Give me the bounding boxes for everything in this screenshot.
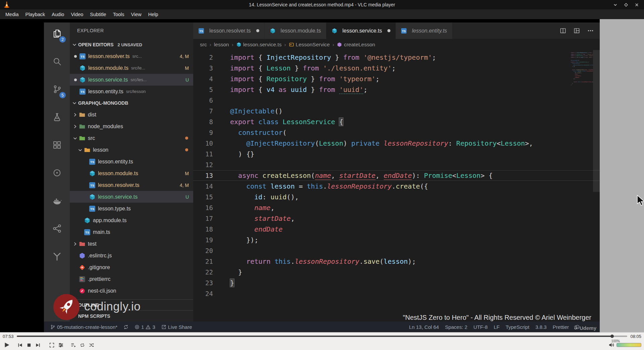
- tree-item-lesson[interactable]: lesson: [70, 144, 193, 156]
- loop-button[interactable]: [78, 341, 86, 349]
- formatter-status[interactable]: Prettier: [550, 321, 572, 332]
- menu-item-audio[interactable]: Audio: [48, 10, 67, 18]
- editor-layout-button[interactable]: [574, 28, 580, 34]
- more-actions-button[interactable]: [587, 28, 594, 34]
- menu-item-view[interactable]: View: [128, 10, 145, 18]
- dirty-indicator[interactable]: [387, 29, 390, 32]
- tab-lesson.module.ts[interactable]: lesson.module.ts: [265, 22, 326, 39]
- open-editor-item-lesson.resolver.ts[interactable]: TSlesson.resolver.tssrc...4, M: [70, 50, 193, 62]
- tree-item-node_modules[interactable]: node_modules: [70, 120, 193, 132]
- tree-item-lesson.entity.ts[interactable]: TSlesson.entity.ts: [70, 156, 193, 167]
- file-name: node_modules: [88, 123, 123, 130]
- previous-button[interactable]: [16, 341, 24, 349]
- video-area[interactable]: 25 EXPLORER OPEN EDITORS 2 UNSAVED TSles…: [0, 19, 644, 332]
- tab-lesson.entity.ts[interactable]: TSlesson.entity.ts: [396, 22, 452, 39]
- activity-item-extensions[interactable]: [44, 131, 70, 159]
- file-name: lesson.module.ts: [98, 170, 138, 177]
- next-button[interactable]: [34, 341, 42, 349]
- sync-status[interactable]: [120, 321, 131, 332]
- activity-item-test-flask[interactable]: [44, 103, 70, 131]
- minimize-button[interactable]: [612, 2, 618, 7]
- open-editor-item-lesson.service.ts[interactable]: lesson.service.tssrc/les...U: [70, 74, 193, 86]
- code-token: <: [497, 139, 501, 147]
- fullscreen-button[interactable]: [48, 341, 56, 349]
- menu-item-video[interactable]: Video: [67, 10, 87, 18]
- indent-spacer: [77, 230, 84, 235]
- dirty-indicator[interactable]: [256, 29, 259, 32]
- project-section-header[interactable]: GRAPHQL-MONGODB: [70, 97, 193, 109]
- menu-item-subtitle[interactable]: Subtitle: [87, 10, 109, 18]
- activity-item-terraform[interactable]: [44, 242, 70, 270]
- extended-settings-button[interactable]: [57, 341, 65, 349]
- tree-item-src[interactable]: src: [70, 132, 193, 144]
- code-line-18: 18 endDate: [193, 224, 600, 235]
- menu-item-tools[interactable]: Tools: [110, 10, 128, 18]
- play-button[interactable]: [3, 341, 11, 349]
- code-token: from: [319, 75, 335, 83]
- code-line-20: 20: [193, 245, 600, 256]
- tree-item-.gitignore[interactable]: .gitignore: [70, 261, 193, 273]
- activity-item-docker[interactable]: [44, 187, 70, 214]
- indentation-status[interactable]: Spaces: 2: [442, 321, 471, 332]
- line-content: @InjectRepository(Lesson) private lesson…: [222, 138, 600, 149]
- tree-item-.eslintrc.js[interactable]: .eslintrc.js: [70, 250, 193, 261]
- seek-bar[interactable]: [17, 336, 627, 337]
- minimap[interactable]: import { InjectRepository } from '@nestj…: [571, 52, 593, 88]
- split-editor-button[interactable]: [560, 28, 566, 34]
- breadcrumb-item-lesson.service.ts[interactable]: lesson.service.ts: [236, 42, 282, 48]
- language-status[interactable]: TypeScript: [502, 321, 532, 332]
- tree-item-.prettierrc[interactable]: .prettierrc: [70, 273, 193, 285]
- code-line-22: 22 }: [193, 267, 600, 278]
- version-status[interactable]: 3.8.3: [532, 321, 549, 332]
- live-share-status[interactable]: Live Share: [158, 321, 195, 332]
- menu-item-playback[interactable]: Playback: [22, 10, 49, 18]
- encoding-status[interactable]: UTF-8: [470, 321, 491, 332]
- tree-item-test[interactable]: test: [70, 238, 193, 250]
- volume-slider[interactable]: [616, 343, 641, 347]
- ts-file-icon: TS: [84, 229, 91, 236]
- playlist-button[interactable]: [69, 341, 77, 349]
- breadcrumb-item-createLesson[interactable]: createLesson: [337, 42, 375, 48]
- tab-lesson.resolver.ts[interactable]: TSlesson.resolver.ts: [193, 22, 265, 39]
- tree-item-main.ts[interactable]: TSmain.ts: [70, 226, 193, 238]
- random-button[interactable]: [87, 341, 95, 349]
- code-token: 'uuid': [339, 86, 363, 94]
- activity-item-circle-dot[interactable]: [44, 159, 70, 187]
- eol-status[interactable]: LF: [491, 321, 503, 332]
- seek-handle[interactable]: [610, 335, 614, 338]
- stop-button[interactable]: [25, 341, 33, 349]
- tree-item-lesson.service.ts[interactable]: lesson.service.tsU: [70, 191, 193, 203]
- activity-item-search[interactable]: [44, 47, 70, 75]
- code-token: ) {}: [230, 150, 254, 158]
- breadcrumb-item-LessonService[interactable]: LessonService: [289, 42, 330, 48]
- tree-item-app.module.ts[interactable]: app.module.ts: [70, 214, 193, 226]
- cursor-position-status[interactable]: Ln 13, Col 64: [406, 321, 442, 332]
- tree-item-dist[interactable]: dist: [70, 109, 193, 120]
- tree-item-lesson.type.ts[interactable]: TSlesson.type.ts: [70, 203, 193, 214]
- menu-item-help[interactable]: Help: [145, 10, 162, 18]
- breadcrumb-item-lesson[interactable]: lesson: [214, 42, 229, 48]
- maximize-button[interactable]: [623, 2, 629, 7]
- activity-item-files[interactable]: 2: [44, 19, 70, 47]
- open-editor-item-lesson.entity.ts[interactable]: TSlesson.entity.tssrc/lesson: [70, 86, 193, 97]
- tree-item-nest-cli.json[interactable]: nest-cli.json: [70, 285, 193, 297]
- activity-item-source-control[interactable]: 5: [44, 75, 70, 103]
- open-editor-item-lesson.module.ts[interactable]: lesson.module.tssrc/le...M: [70, 62, 193, 74]
- tree-item-lesson.resolver.ts[interactable]: TSlesson.resolver.ts4, M: [70, 179, 193, 191]
- activity-item-share-nodes[interactable]: [44, 214, 70, 242]
- code-line-14: 14 const lesson = this.lessonRepository.…: [193, 181, 600, 192]
- tree-item-lesson.module.ts[interactable]: lesson.module.tsM: [70, 167, 193, 179]
- code-token: });: [571, 78, 575, 80]
- tab-lesson.service.ts[interactable]: lesson.service.ts: [326, 22, 396, 39]
- close-button[interactable]: [634, 2, 639, 7]
- open-editors-section-header[interactable]: OPEN EDITORS 2 UNSAVED: [70, 39, 193, 50]
- code-token: .: [291, 257, 295, 265]
- breadcrumb-item-src[interactable]: src: [200, 42, 207, 48]
- problems-status[interactable]: 13: [131, 321, 158, 332]
- menu-item-media[interactable]: Media: [2, 10, 22, 18]
- code-editor[interactable]: 2import { InjectRepository } from '@nest…: [193, 50, 600, 321]
- status-label: Ln 13, Col 64: [409, 324, 439, 330]
- branch-status[interactable]: 05-mutation-create-lesson*: [47, 321, 120, 332]
- breadcrumb-separator: ›: [232, 42, 233, 48]
- editor-scrollbar[interactable]: [593, 50, 600, 192]
